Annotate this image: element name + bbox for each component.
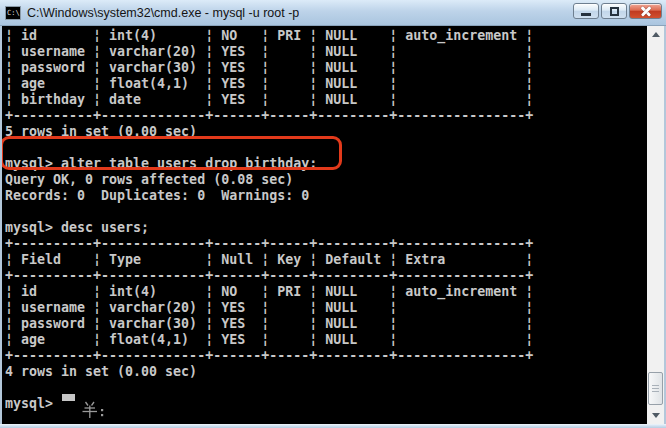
console-line: Records: 0 Duplicates: 0 Warnings: 0 (5, 188, 647, 204)
console-line: ¦ age ¦ float(4,1) ¦ YES ¦ ¦ NULL ¦ ¦ (5, 76, 647, 92)
scroll-up-button[interactable] (647, 26, 664, 43)
console-line (5, 380, 647, 396)
ime-indicator (80, 400, 108, 420)
console-line: Query OK, 0 rows affected (0.08 sec) (5, 172, 647, 188)
console-line: +----------+-------------+------+-----+-… (5, 268, 647, 284)
console-line: ¦ birthday ¦ date ¦ YES ¦ ¦ NULL ¦ ¦ (5, 92, 647, 108)
arrow-down-icon (652, 413, 660, 418)
console-line: ¦ username ¦ varchar(20) ¦ YES ¦ ¦ NULL … (5, 44, 647, 60)
scroll-down-button[interactable] (647, 407, 664, 424)
minimize-button[interactable] (573, 3, 599, 19)
ime-half-width-icon (80, 400, 108, 420)
console-line: mysql> desc users; (5, 220, 647, 236)
console-line: ¦ password ¦ varchar(30) ¦ YES ¦ ¦ NULL … (5, 316, 647, 332)
console-line: +----------+-------------+------+-----+-… (5, 108, 647, 124)
close-icon (640, 5, 652, 17)
annotation-highlight-box (2, 136, 342, 170)
cmd-window: C:\ C:\Windows\system32\cmd.exe - mysql … (0, 0, 666, 428)
console-line: ¦ username ¦ varchar(20) ¦ YES ¦ ¦ NULL … (5, 300, 647, 316)
console-line: ¦ age ¦ float(4,1) ¦ YES ¦ ¦ NULL ¦ ¦ (5, 332, 647, 348)
maximize-icon (610, 7, 619, 16)
console-line: +----------+-------------+------+-----+-… (5, 348, 647, 364)
console-line (5, 204, 647, 220)
window-bottom-border (0, 424, 666, 428)
scrollbar[interactable] (647, 26, 664, 424)
close-button[interactable] (629, 3, 662, 19)
console-line: ¦ id ¦ int(4) ¦ NO ¦ PRI ¦ NULL ¦ auto_i… (5, 28, 647, 44)
window-title: C:\Windows\system32\cmd.exe - mysql -u r… (27, 6, 299, 20)
titlebar[interactable]: C:\ C:\Windows\system32\cmd.exe - mysql … (0, 0, 666, 26)
text-cursor (62, 394, 75, 401)
minimize-icon (581, 13, 591, 16)
scrollbar-thumb[interactable] (648, 372, 663, 405)
window-controls (573, 3, 662, 19)
console-line: ¦ Field ¦ Type ¦ Null ¦ Key ¦ Default ¦ … (5, 252, 647, 268)
console-line: ¦ password ¦ varchar(30) ¦ YES ¦ ¦ NULL … (5, 60, 647, 76)
maximize-button[interactable] (601, 3, 627, 19)
console-line: 4 rows in set (0.00 sec) (5, 364, 647, 380)
console-line: ¦ id ¦ int(4) ¦ NO ¦ PRI ¦ NULL ¦ auto_i… (5, 284, 647, 300)
cmd-icon: C:\ (5, 6, 21, 20)
console-output[interactable]: ¦ id ¦ int(4) ¦ NO ¦ PRI ¦ NULL ¦ auto_i… (2, 26, 647, 424)
window-body: ¦ id ¦ int(4) ¦ NO ¦ PRI ¦ NULL ¦ auto_i… (0, 26, 666, 424)
console-line: +----------+-------------+------+-----+-… (5, 236, 647, 252)
arrow-up-icon (652, 32, 660, 37)
